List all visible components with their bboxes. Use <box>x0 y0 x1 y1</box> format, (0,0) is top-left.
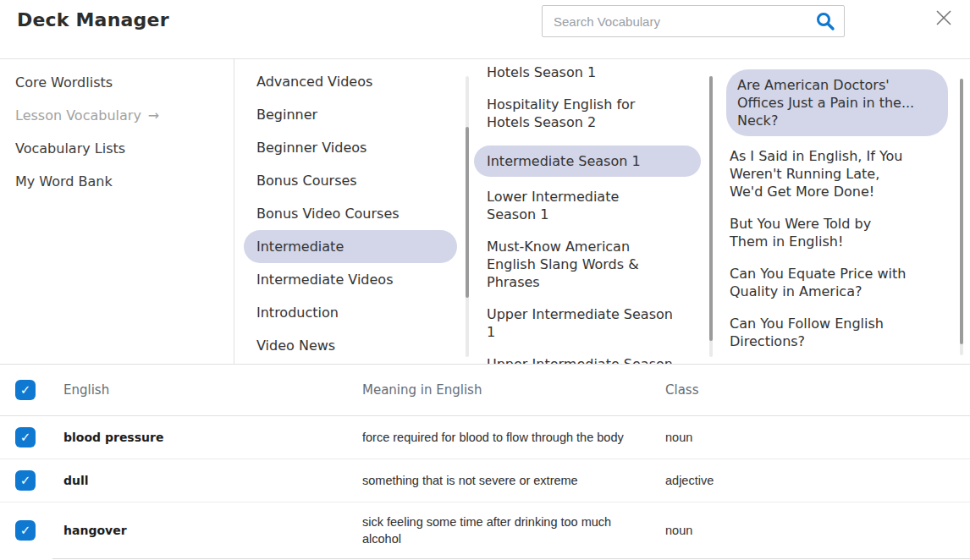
row-checkbox[interactable]: ✓ <box>15 470 36 491</box>
season-item[interactable]: Lower Intermediate Season 1 <box>487 188 714 223</box>
class-cell: adjective <box>665 474 970 487</box>
sidebar-item[interactable]: Lesson Vocabulary→ <box>15 107 234 124</box>
search-input[interactable] <box>543 14 815 29</box>
season-item[interactable]: Must-Know American English Slang Words &… <box>487 238 714 291</box>
check-icon: ✓ <box>20 384 31 397</box>
word-cell: hangover <box>63 524 362 537</box>
season-list: Hotels Season 1Hospitality English for H… <box>470 59 714 364</box>
meaning-cell: sick feeling some time after drinking to… <box>362 513 665 547</box>
table-header-row: ✓ English Meaning in English Class <box>0 365 970 416</box>
level-item[interactable]: Beginner <box>256 107 470 123</box>
sidebar-item[interactable]: Core Wordlists <box>15 74 234 91</box>
scrollbar-thumb[interactable] <box>960 79 963 344</box>
lesson-item[interactable]: But You Were Told by Them in English! <box>730 215 970 250</box>
sidebar-item[interactable]: Vocabulary Lists <box>15 140 234 157</box>
meaning-cell: something that is not severe or extreme <box>362 472 665 489</box>
column-header-english: English <box>63 382 362 398</box>
header: Deck Manager <box>0 0 970 59</box>
search-icon[interactable] <box>815 11 835 31</box>
arrow-right-icon: → <box>148 107 159 124</box>
search-box <box>542 5 845 37</box>
column-browser: Core WordlistsLesson Vocabulary→Vocabula… <box>0 59 970 365</box>
check-icon: ✓ <box>20 475 31 487</box>
level-item[interactable]: Bonus Video Courses <box>256 206 470 222</box>
level-item[interactable]: Intermediate <box>244 230 457 263</box>
word-cell: blood pressure <box>63 431 362 444</box>
deck-manager-window: Deck Manager Core WordlistsLesson Vocabu… <box>0 0 970 560</box>
page-title: Deck Manager <box>17 9 169 30</box>
table-row: ✓blood pressureforce required for blood … <box>0 416 970 459</box>
check-icon: ✓ <box>20 524 31 537</box>
check-icon: ✓ <box>20 431 31 444</box>
lesson-list: Are American Doctors' Offices Just a Pai… <box>714 59 970 364</box>
season-item[interactable]: Hotels Season 1 <box>487 63 714 81</box>
lesson-list-scrollbar[interactable] <box>960 79 963 355</box>
lesson-item[interactable]: Can You Equate Price with Quality in Ame… <box>730 265 970 300</box>
level-item[interactable]: Bonus Courses <box>256 173 470 189</box>
column-header-class: Class <box>665 382 970 398</box>
level-item[interactable]: Intermediate Videos <box>256 272 470 288</box>
season-item[interactable]: Intermediate Season 1 <box>474 145 701 177</box>
word-cell: dull <box>63 474 362 487</box>
class-cell: noun <box>665 431 970 444</box>
level-list: Advanced VideosBeginnerBeginner VideosBo… <box>234 59 470 364</box>
vocab-table: ✓ English Meaning in English Class ✓bloo… <box>0 365 970 559</box>
scrollbar-thumb[interactable] <box>466 127 469 298</box>
scrollbar-thumb[interactable] <box>709 76 713 341</box>
lesson-item[interactable]: As I Said in English, If You Weren't Run… <box>730 147 970 200</box>
sidebar-item[interactable]: My Word Bank <box>15 173 234 190</box>
sidebar-nav: Core WordlistsLesson Vocabulary→Vocabula… <box>0 59 234 364</box>
table-bottom-divider <box>52 558 970 559</box>
row-checkbox[interactable]: ✓ <box>15 520 36 541</box>
level-item[interactable]: Video News <box>256 338 470 354</box>
level-list-scrollbar[interactable] <box>466 76 469 357</box>
season-item[interactable]: Upper Intermediate Season <box>487 355 714 364</box>
level-item[interactable]: Advanced Videos <box>256 74 470 90</box>
select-all-checkbox[interactable]: ✓ <box>15 380 36 400</box>
column-header-meaning: Meaning in English <box>362 382 665 398</box>
class-cell: noun <box>665 524 970 537</box>
season-item[interactable]: Hospitality English for Hotels Season 2 <box>487 96 714 131</box>
table-row: ✓dullsomething that is not severe or ext… <box>0 459 970 502</box>
season-list-scrollbar[interactable] <box>709 76 713 357</box>
table-row: ✓hangoversick feeling some time after dr… <box>0 502 970 558</box>
lesson-item[interactable]: Are American Doctors' Offices Just a Pai… <box>726 69 948 136</box>
season-item[interactable]: Upper Intermediate Season 1 <box>487 305 714 341</box>
lesson-item[interactable]: Can You Follow English Directions? <box>730 315 970 350</box>
row-checkbox[interactable]: ✓ <box>15 427 36 447</box>
level-item[interactable]: Beginner Videos <box>256 140 470 156</box>
meaning-cell: force required for blood to flow through… <box>362 429 665 446</box>
level-item[interactable]: Introduction <box>256 305 470 321</box>
close-icon[interactable] <box>934 8 954 28</box>
